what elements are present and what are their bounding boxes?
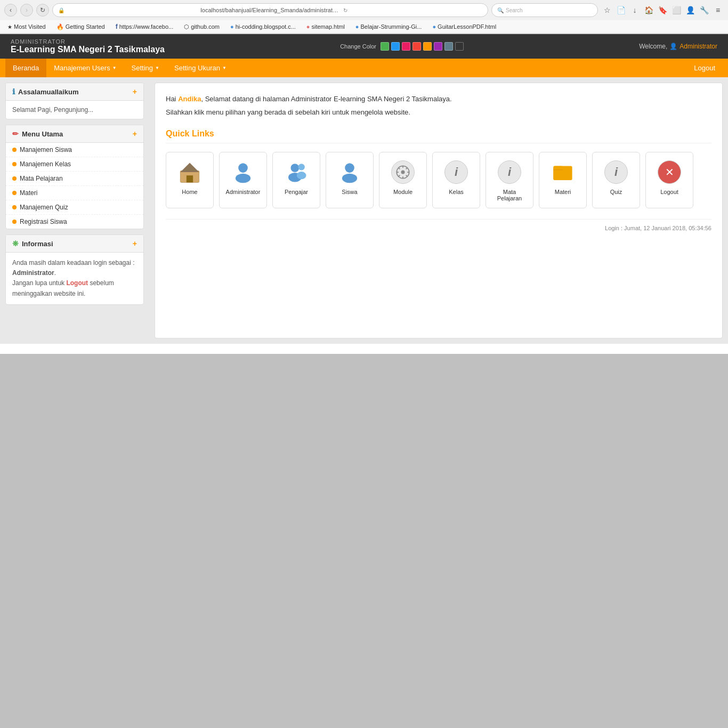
- bookmark-label: https://www.facebo...: [119, 23, 174, 30]
- url-bar[interactable]: 🔒 localhost/bahanjual/Elearning_Smanda/a…: [52, 3, 488, 17]
- github-icon: ⬡: [184, 23, 189, 30]
- swatch-orange[interactable]: [423, 42, 432, 51]
- guitar-icon: ●: [432, 23, 436, 30]
- menu-item-label: Manajemen Kelas: [20, 160, 71, 168]
- sidebar-logout-link[interactable]: Logout: [66, 279, 88, 287]
- getting-started-icon: 🔥: [56, 23, 64, 30]
- swatch-gray[interactable]: [444, 42, 453, 51]
- quick-link-module[interactable]: Module: [379, 152, 427, 208]
- account-icon[interactable]: 👤: [684, 4, 696, 16]
- dropdown-arrow-icon: ▼: [155, 66, 159, 70]
- info-text: Anda masih dalam keadaan login sebagai :…: [12, 258, 137, 299]
- menu-item-materi[interactable]: Materi: [6, 186, 143, 200]
- sidebar-card-info-body: Anda masih dalam keadaan login sebagai :…: [6, 253, 143, 304]
- pencil-icon: ✏: [12, 130, 19, 138]
- pengajar-link-label: Pengajar: [285, 189, 308, 195]
- reader-icon[interactable]: 📄: [615, 4, 627, 16]
- facebook-icon: f: [116, 23, 118, 30]
- nav-beranda[interactable]: Beranda: [5, 59, 46, 77]
- swatch-pink[interactable]: [402, 42, 410, 51]
- back-button[interactable]: ‹: [4, 4, 17, 17]
- swatch-blue[interactable]: [391, 42, 400, 51]
- screenshot-icon[interactable]: ⬜: [670, 4, 682, 16]
- nav-setting-ukuran[interactable]: Setting Ukuran ▼: [167, 59, 234, 77]
- menu-item-mata-pelajaran[interactable]: Mata Pelajaran: [6, 172, 143, 186]
- bookmark-guitar[interactable]: ● GuitarLessonPDF.html: [429, 22, 499, 31]
- nav-manajemen-users[interactable]: Manajemen Users ▼: [46, 59, 124, 77]
- nav-logout-button[interactable]: Logout: [686, 59, 723, 77]
- info-circle-green-icon: ❋: [12, 239, 19, 248]
- materi-link-label: Materi: [555, 189, 571, 195]
- quick-link-siswa[interactable]: Siswa: [326, 152, 374, 208]
- pocket-icon[interactable]: 🔖: [657, 4, 668, 16]
- greeting-title: Assalamuallaikum: [18, 88, 78, 96]
- bookmark-strumming[interactable]: ● Belajar-Strumming-Gi...: [352, 22, 425, 31]
- welcome-text: Welcome,: [639, 43, 667, 50]
- main-nav: Beranda Manajemen Users ▼ Setting ▼ Sett…: [0, 59, 728, 77]
- settings-icon[interactable]: 🔧: [698, 4, 710, 16]
- expand-menu-button[interactable]: +: [133, 130, 137, 138]
- greeting-prefix: Hai: [166, 95, 178, 103]
- quick-link-pengajar[interactable]: Pengajar: [272, 152, 320, 208]
- quick-link-mata-pelajaran[interactable]: i Mata Pelajaran: [486, 152, 533, 208]
- sidebar-card-info-header: ❋ Informasi +: [6, 235, 143, 253]
- menu-item-registrasi[interactable]: Registrasi Siswa: [6, 215, 143, 229]
- swatch-dark[interactable]: [455, 42, 464, 51]
- bookmark-most-visited[interactable]: ★ Most Visited: [4, 22, 49, 31]
- bookmark-star-icon[interactable]: ☆: [601, 4, 613, 16]
- sidebar-card-menu-body: Manajemen Siswa Manajemen Kelas Mata Pel…: [6, 143, 143, 229]
- swatch-purple[interactable]: [434, 42, 442, 51]
- quick-link-logout[interactable]: ✕ Logout: [645, 152, 693, 208]
- quick-link-admin[interactable]: Administrator: [219, 152, 267, 208]
- bookmark-sitemap[interactable]: ● sitemap.html: [303, 22, 348, 31]
- bookmark-getting-started[interactable]: 🔥 Getting Started: [53, 22, 108, 31]
- info-circle-icon: ℹ: [12, 87, 15, 96]
- search-bar[interactable]: 🔍 Search: [491, 3, 598, 17]
- bullet-icon: [12, 220, 17, 224]
- quick-links-title: Quick Links: [166, 129, 711, 143]
- site-title: E-Learning SMA Negeri 2 Tasikmalaya: [11, 45, 165, 54]
- bullet-icon: [12, 176, 17, 181]
- bookmark-hi-codding[interactable]: ● hi-codding.blogspot.c...: [227, 22, 299, 31]
- module-link-label: Module: [393, 189, 412, 195]
- bookmark-facebook[interactable]: f https://www.facebo...: [112, 22, 177, 31]
- expand-info-button[interactable]: +: [133, 239, 137, 248]
- quiz-link-icon: i: [603, 159, 629, 185]
- siswa-link-icon: [336, 159, 363, 185]
- greeting-suffix: , Selamat datang di halaman Administrato…: [201, 95, 451, 103]
- logout-link-icon: ✕: [656, 159, 683, 185]
- download-icon[interactable]: ↓: [629, 4, 641, 16]
- svg-point-8: [297, 172, 306, 179]
- instruction-text: Silahkan klik menu pilihan yang berada d…: [166, 107, 711, 118]
- site-header-right: Welcome, 👤 Administrator: [639, 43, 717, 50]
- mata-pelajaran-link-icon: i: [496, 159, 523, 185]
- quick-links-grid: Home Administrator: [166, 152, 711, 208]
- bookmark-label: Most Visited: [14, 23, 46, 30]
- quick-link-home[interactable]: Home: [166, 152, 214, 208]
- bookmark-github[interactable]: ⬡ github.com: [181, 22, 223, 31]
- swatch-green[interactable]: [381, 42, 389, 51]
- quick-link-kelas[interactable]: i Kelas: [432, 152, 480, 208]
- module-link-icon: [390, 159, 416, 185]
- quick-link-materi[interactable]: Materi: [539, 152, 587, 208]
- admin-user-link[interactable]: Administrator: [680, 43, 717, 50]
- expand-greeting-button[interactable]: +: [133, 87, 137, 96]
- strumming-icon: ●: [355, 23, 359, 30]
- forward-button[interactable]: ›: [20, 4, 33, 17]
- menu-item-quiz[interactable]: Manajemen Quiz: [6, 200, 143, 215]
- home-browser-icon[interactable]: 🏠: [643, 4, 654, 16]
- nav-setting[interactable]: Setting ▼: [124, 59, 167, 77]
- menu-item-label: Materi: [20, 189, 37, 197]
- welcome-message: Hai Andika, Selamat datang di halaman Ad…: [166, 94, 711, 105]
- quick-link-quiz[interactable]: i Quiz: [592, 152, 640, 208]
- reload-button[interactable]: ↻: [36, 4, 49, 17]
- bullet-icon: [12, 191, 17, 195]
- admin-bold-text: Administrator: [12, 269, 54, 277]
- menu-item-label: Manajemen Quiz: [20, 204, 68, 211]
- bookmarks-bar: ★ Most Visited 🔥 Getting Started f https…: [0, 20, 728, 34]
- menu-icon[interactable]: ≡: [712, 4, 724, 16]
- sidebar-card-info: ❋ Informasi + Anda masih dalam keadaan l…: [5, 234, 144, 305]
- menu-item-siswa[interactable]: Manajemen Siswa: [6, 143, 143, 157]
- menu-item-kelas[interactable]: Manajemen Kelas: [6, 157, 143, 172]
- swatch-red[interactable]: [412, 42, 421, 51]
